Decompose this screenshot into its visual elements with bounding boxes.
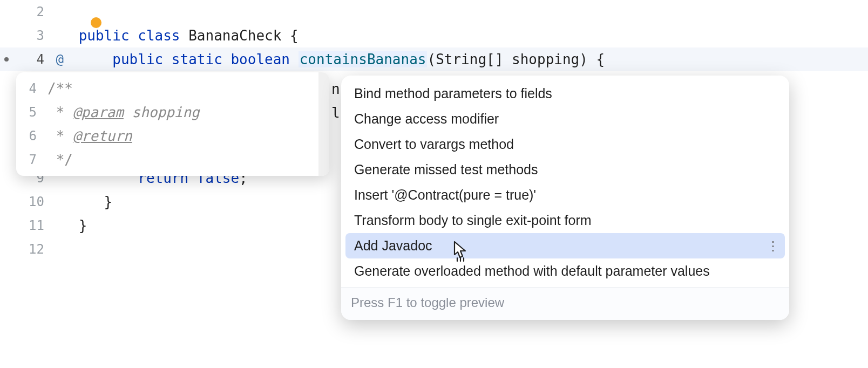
intention-actions-list: Bind method parameters to fields Change … <box>341 76 789 287</box>
action-label: Convert to varargs method <box>354 137 514 152</box>
gutter-line[interactable]: 12 <box>0 237 70 261</box>
scrollbar[interactable] <box>318 72 329 176</box>
gutter-annotation-icon[interactable]: @ <box>56 52 64 67</box>
action-label: Change access modifier <box>354 111 499 127</box>
action-label: Bind method parameters to fields <box>354 86 552 101</box>
class-name: BananaCheck <box>188 28 281 44</box>
javadoc-line: */ <box>48 148 318 172</box>
javadoc-line: * @return <box>48 124 318 148</box>
javadoc-line: * @param shopping <box>48 100 318 124</box>
line-number: 2 <box>28 4 44 19</box>
line-number: 6 <box>16 124 42 148</box>
javadoc-gutter: 4 5 6 7 <box>16 77 42 172</box>
action-bind-method-parameters[interactable]: Bind method parameters to fields <box>345 81 785 106</box>
line-number: 4 <box>16 77 42 100</box>
keyword: boolean <box>230 51 290 67</box>
code-line[interactable]: public class BananaCheck { <box>70 24 868 47</box>
intention-actions-popup: Bind method parameters to fields Change … <box>341 76 789 320</box>
method-signature: (String[] shopping) { <box>427 51 605 67</box>
action-generate-overloaded[interactable]: Generate overloaded method with default … <box>345 258 785 284</box>
gutter-line[interactable]: 3 <box>0 24 70 47</box>
editor-gutter: 2 3 4 @ 9 10 11 12 <box>0 0 70 368</box>
action-generate-missed-tests[interactable]: Generate missed test methods <box>345 157 785 182</box>
action-insert-contract[interactable]: Insert '@Contract(pure = true)' <box>345 182 785 208</box>
brace: } <box>70 194 112 210</box>
keyword: static <box>172 51 222 67</box>
action-convert-to-varargs[interactable]: Convert to varargs method <box>345 132 785 157</box>
line-number: 10 <box>28 194 44 209</box>
gutter-line[interactable]: 2 <box>0 0 70 24</box>
line-number: 12 <box>28 242 44 257</box>
action-add-javadoc[interactable]: Add Javadoc ⋮ <box>345 233 785 258</box>
action-label: Generate overloaded method with default … <box>354 263 710 279</box>
javadoc-line: /** <box>48 77 318 100</box>
gutter-line-active[interactable]: 4 @ <box>0 47 70 71</box>
action-transform-body[interactable]: Transform body to single exit-point form <box>345 208 785 233</box>
keyword: class <box>138 28 180 44</box>
line-number: 7 <box>16 148 42 172</box>
action-label: Add Javadoc <box>354 238 432 254</box>
code-line-active[interactable]: public static boolean containsBananas(St… <box>70 47 868 71</box>
code-fragment: l <box>331 105 340 121</box>
action-change-access-modifier[interactable]: Change access modifier <box>345 106 785 132</box>
line-number: 11 <box>28 218 44 233</box>
popup-footer-hint: Press F1 to toggle preview <box>341 287 789 320</box>
javadoc-body: /** * @param shopping * @return */ <box>42 77 318 172</box>
code-fragment: n <box>331 81 340 97</box>
action-label: Transform body to single exit-point form <box>354 213 592 228</box>
action-label: Insert '@Contract(pure = true)' <box>354 187 536 203</box>
keyword: public <box>112 51 163 67</box>
javadoc-tag: @param <box>73 104 124 120</box>
breakpoint-indicator-icon[interactable] <box>4 57 9 62</box>
brace: } <box>79 217 87 234</box>
gutter-line[interactable]: 10 <box>0 190 70 214</box>
action-label: Generate missed test methods <box>354 162 538 178</box>
code-editor[interactable]: 2 3 4 @ 9 10 11 12 public class BananaCh… <box>0 0 868 368</box>
javadoc-preview-popup: 4 5 6 7 /** * @param shopping * @return … <box>16 72 329 176</box>
brace: { <box>281 28 298 44</box>
javadoc-tag: @return <box>73 128 132 144</box>
method-name-highlighted: containsBananas <box>299 51 428 67</box>
gutter-line[interactable]: 11 <box>0 214 70 237</box>
line-number: 3 <box>28 28 44 43</box>
keyword: public <box>79 28 130 44</box>
javadoc-param-name: shopping <box>124 104 200 120</box>
line-number: 5 <box>16 100 42 124</box>
line-number: 4 <box>28 52 44 67</box>
indent <box>70 51 104 67</box>
code-line[interactable] <box>70 0 868 24</box>
more-options-icon[interactable]: ⋮ <box>767 238 779 254</box>
warning-indicator-icon[interactable] <box>91 17 101 28</box>
